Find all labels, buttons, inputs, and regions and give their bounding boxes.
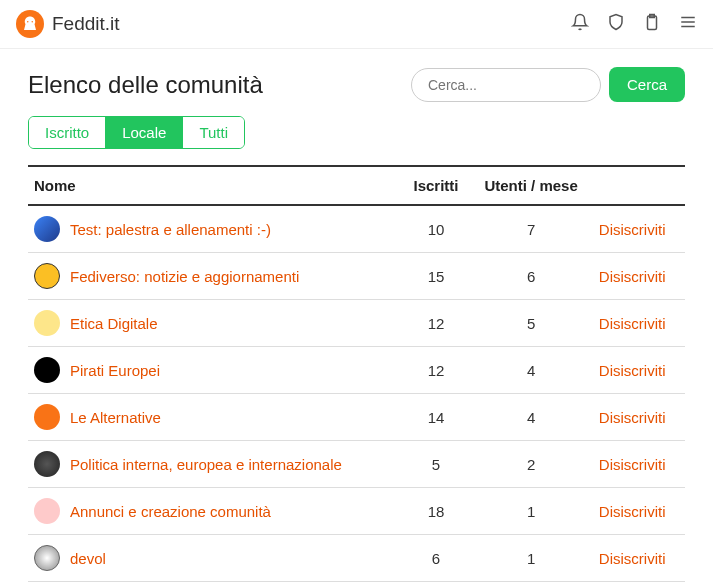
cell-users: 5 xyxy=(469,300,592,347)
search-input[interactable] xyxy=(411,68,601,102)
cell-subs: 6 xyxy=(403,535,470,582)
cell-subs: 10 xyxy=(403,205,470,253)
unsubscribe-link[interactable]: Disiscriviti xyxy=(599,362,666,379)
communities-table: Nome Iscritti Utenti / mese Test: palest… xyxy=(28,165,685,583)
community-link[interactable]: Etica Digitale xyxy=(70,315,158,332)
top-bar: Feddit.it xyxy=(0,0,713,49)
community-icon xyxy=(34,310,60,336)
cell-subs: 14 xyxy=(403,394,470,441)
community-link[interactable]: Annunci e creazione comunità xyxy=(70,503,271,520)
community-icon xyxy=(34,545,60,571)
community-link[interactable]: Test: palestra e allenamenti :-) xyxy=(70,221,271,238)
cell-subs: 15 xyxy=(403,253,470,300)
topbar-actions xyxy=(571,13,697,35)
cell-subs: 18 xyxy=(403,488,470,535)
col-subs[interactable]: Iscritti xyxy=(403,166,470,205)
table-row: devol61Disiscriviti xyxy=(28,535,685,582)
cell-users: 7 xyxy=(469,205,592,253)
cell-users: 4 xyxy=(469,394,592,441)
table-row: Annunci e creazione comunità181Disiscriv… xyxy=(28,488,685,535)
cell-users: 6 xyxy=(469,253,592,300)
unsubscribe-link[interactable]: Disiscriviti xyxy=(599,409,666,426)
community-icon xyxy=(34,404,60,430)
col-users[interactable]: Utenti / mese xyxy=(469,166,592,205)
table-row: Politica interna, europea e internaziona… xyxy=(28,441,685,488)
filter-tab-0[interactable]: Iscritto xyxy=(29,117,106,148)
col-name[interactable]: Nome xyxy=(28,166,403,205)
unsubscribe-link[interactable]: Disiscriviti xyxy=(599,550,666,567)
table-row: Fediverso: notizie e aggiornamenti156Dis… xyxy=(28,253,685,300)
community-link[interactable]: Le Alternative xyxy=(70,409,161,426)
table-row: Etica Digitale125Disiscriviti xyxy=(28,300,685,347)
community-icon xyxy=(34,263,60,289)
search-button[interactable]: Cerca xyxy=(609,67,685,102)
community-icon xyxy=(34,216,60,242)
search-group: Cerca xyxy=(411,67,685,102)
cell-subs: 12 xyxy=(403,347,470,394)
community-icon xyxy=(34,498,60,524)
cell-users: 1 xyxy=(469,488,592,535)
community-link[interactable]: Politica interna, europea e internaziona… xyxy=(70,456,342,473)
unsubscribe-link[interactable]: Disiscriviti xyxy=(599,456,666,473)
table-row: Pirati Europei124Disiscriviti xyxy=(28,347,685,394)
unsubscribe-link[interactable]: Disiscriviti xyxy=(599,268,666,285)
clipboard-icon[interactable] xyxy=(643,13,661,35)
table-row: Le Alternative144Disiscriviti xyxy=(28,394,685,441)
cell-users: 1 xyxy=(469,535,592,582)
community-icon xyxy=(34,357,60,383)
table-body: Test: palestra e allenamenti :-)107Disis… xyxy=(28,205,685,583)
table-row: Test: palestra e allenamenti :-)107Disis… xyxy=(28,205,685,253)
unsubscribe-link[interactable]: Disiscriviti xyxy=(599,503,666,520)
community-link[interactable]: Pirati Europei xyxy=(70,362,160,379)
brand-logo-icon xyxy=(16,10,44,38)
menu-icon[interactable] xyxy=(679,13,697,35)
filter-tab-1[interactable]: Locale xyxy=(106,117,183,148)
community-link[interactable]: devol xyxy=(70,550,106,567)
cell-subs: 12 xyxy=(403,300,470,347)
shield-icon[interactable] xyxy=(607,13,625,35)
bell-icon[interactable] xyxy=(571,13,589,35)
brand-name: Feddit.it xyxy=(52,13,120,35)
unsubscribe-link[interactable]: Disiscriviti xyxy=(599,315,666,332)
col-action xyxy=(593,166,685,205)
community-link[interactable]: Fediverso: notizie e aggiornamenti xyxy=(70,268,299,285)
cell-subs: 5 xyxy=(403,441,470,488)
cell-users: 4 xyxy=(469,347,592,394)
page-title: Elenco delle comunità xyxy=(28,71,263,99)
cell-users: 2 xyxy=(469,441,592,488)
brand[interactable]: Feddit.it xyxy=(16,10,120,38)
community-icon xyxy=(34,451,60,477)
filter-tab-2[interactable]: Tutti xyxy=(183,117,244,148)
unsubscribe-link[interactable]: Disiscriviti xyxy=(599,221,666,238)
filter-tabs: IscrittoLocaleTutti xyxy=(28,116,245,149)
